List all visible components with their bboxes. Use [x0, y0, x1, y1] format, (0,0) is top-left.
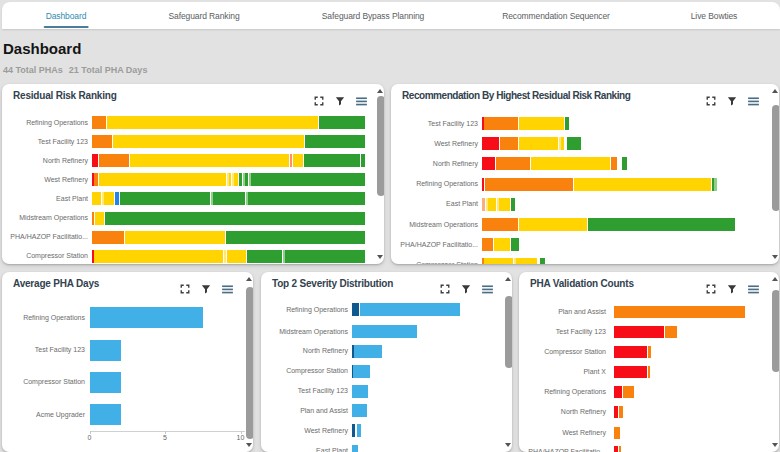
bar-segment-orange[interactable] [92, 116, 107, 129]
bar-segment-green[interactable] [213, 192, 246, 205]
bar-segment-yellow[interactable] [94, 250, 224, 263]
scroll-down-icon[interactable] [772, 255, 778, 259]
bar-segment-lightblue[interactable] [90, 404, 121, 425]
bar-segment-green[interactable] [248, 192, 365, 205]
tab-safeguard-bypass-planning[interactable]: Safeguard Bypass Planning [322, 2, 424, 29]
bar-segment-darkblue[interactable] [352, 303, 360, 316]
bar-segment-green[interactable] [567, 137, 581, 150]
scroll-up-icon[interactable] [772, 277, 778, 281]
bar-segment-yellow[interactable] [484, 258, 514, 264]
bar-segment-yellow[interactable] [519, 218, 588, 231]
bar-segment-yellow[interactable] [92, 192, 102, 205]
bar-segment-orange[interactable] [619, 446, 621, 452]
bar-segment-orange[interactable] [92, 231, 125, 244]
vertical-scrollbar[interactable] [240, 274, 253, 450]
bar-segment-yellow[interactable] [516, 258, 538, 264]
bar-segment-lightblue[interactable] [90, 307, 203, 328]
bar-segment-yellow[interactable] [95, 212, 105, 225]
tab-safeguard-ranking[interactable]: Safeguard Ranking [168, 2, 239, 29]
bar-segment-red[interactable] [482, 137, 500, 150]
scrollbar-thumb[interactable] [377, 96, 384, 196]
bar-segment-red[interactable] [482, 157, 496, 170]
bar-segment-green[interactable] [304, 154, 361, 167]
bar-segment-red[interactable] [614, 366, 648, 378]
tab-live-bowties[interactable]: Live Bowties [691, 2, 738, 29]
scroll-down-icon[interactable] [772, 443, 778, 447]
bar-segment-yellow[interactable] [519, 137, 559, 150]
bar-segment-lightblue[interactable] [352, 325, 417, 338]
bar-segment-red[interactable] [614, 346, 648, 358]
bar-segment-green[interactable] [251, 173, 365, 186]
bar-segment-yellow[interactable] [531, 157, 611, 170]
bar-segment-yellow[interactable] [104, 192, 115, 205]
bar-segment-lightblue[interactable] [352, 445, 358, 452]
bar-segment-orange[interactable] [485, 178, 574, 191]
bar-segment-red[interactable] [614, 386, 623, 398]
scroll-down-icon[interactable] [377, 255, 383, 259]
scroll-up-icon[interactable] [246, 277, 252, 281]
bar-segment-green[interactable] [361, 154, 365, 167]
bar-segment-orange[interactable] [482, 238, 494, 251]
bar-segment-yellow[interactable] [227, 250, 247, 263]
bar-segment-yellow[interactable] [499, 198, 511, 211]
bar-segment-yellow[interactable] [293, 154, 304, 167]
bar-segment-green[interactable] [511, 238, 519, 251]
bar-segment-yellow[interactable] [125, 231, 226, 244]
bar-segment-yellow[interactable] [488, 198, 497, 211]
bar-segment-lightblue[interactable] [360, 303, 460, 316]
bar-segment-yellow[interactable] [130, 154, 290, 167]
scrollbar-thumb[interactable] [246, 287, 253, 439]
bar-segment-green[interactable] [285, 250, 365, 263]
bar-segment-lightblue[interactable] [357, 424, 361, 437]
vertical-scrollbar[interactable] [766, 86, 779, 262]
bar-segment-lightblue[interactable] [353, 365, 370, 378]
bar-segment-green[interactable] [511, 198, 515, 211]
tab-recommendation-sequencer[interactable]: Recommendation Sequencer [502, 2, 610, 29]
vertical-scrollbar[interactable] [499, 274, 512, 450]
bar-segment-yellow[interactable] [99, 173, 227, 186]
bar-segment-green[interactable] [305, 135, 365, 148]
bar-segment-lightblue[interactable] [90, 340, 121, 361]
bar-segment-orange[interactable] [623, 386, 634, 398]
bar-segment-green[interactable] [226, 231, 365, 244]
bar-segment-orange[interactable] [619, 406, 623, 418]
bar-segment-green[interactable] [540, 258, 545, 264]
bar-segment-red[interactable] [92, 154, 99, 167]
bar-segment-orange[interactable] [92, 135, 113, 148]
vertical-scrollbar[interactable] [766, 274, 779, 450]
scroll-up-icon[interactable] [772, 89, 778, 93]
bar-segment-orange[interactable] [500, 137, 519, 150]
bar-segment-lightblue[interactable] [90, 372, 121, 393]
bar-segment-green[interactable] [105, 212, 365, 225]
bar-segment-orange[interactable] [482, 218, 519, 231]
bar-segment-orange[interactable] [611, 157, 618, 170]
tab-dashboard[interactable]: Dashboard [46, 2, 87, 29]
bar-segment-green[interactable] [622, 157, 627, 170]
bar-segment-green[interactable] [247, 250, 283, 263]
bar-segment-lightgreen[interactable] [714, 178, 717, 191]
bar-segment-yellow[interactable] [107, 116, 319, 129]
bar-segment-orange[interactable] [614, 306, 745, 318]
bar-segment-yellow[interactable] [113, 135, 305, 148]
scrollbar-thumb[interactable] [505, 296, 512, 368]
scrollbar-thumb[interactable] [772, 105, 779, 211]
bar-segment-yellow[interactable] [574, 178, 712, 191]
bar-segment-orange[interactable] [99, 154, 130, 167]
bar-segment-green[interactable] [120, 192, 211, 205]
bar-segment-orange[interactable] [484, 117, 519, 130]
bar-segment-yellow[interactable] [494, 238, 511, 251]
bar-segment-lightblue[interactable] [352, 404, 367, 417]
bar-segment-yellow[interactable] [519, 117, 565, 130]
bar-segment-orange[interactable] [496, 157, 531, 170]
bar-segment-lightblue[interactable] [352, 385, 368, 398]
scroll-up-icon[interactable] [377, 89, 383, 93]
vertical-scrollbar[interactable] [371, 86, 384, 262]
bar-segment-green[interactable] [319, 116, 365, 129]
bar-segment-orange[interactable] [665, 326, 677, 338]
bar-segment-green[interactable] [588, 218, 735, 231]
scroll-down-icon[interactable] [246, 443, 252, 447]
bar-segment-green[interactable] [565, 117, 569, 130]
bar-segment-orange[interactable] [614, 427, 620, 439]
bar-segment-lightblue[interactable] [354, 345, 382, 358]
scroll-down-icon[interactable] [505, 443, 511, 447]
